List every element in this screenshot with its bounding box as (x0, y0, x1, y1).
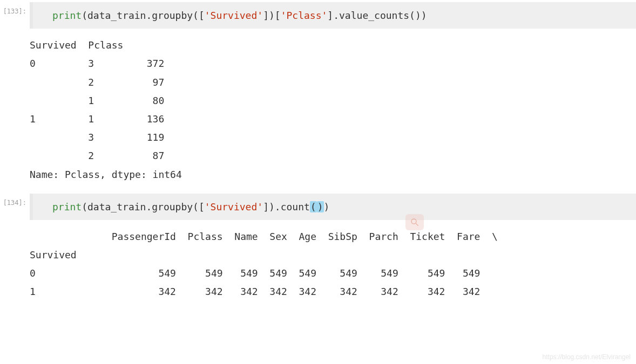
search-icon[interactable] (405, 214, 424, 230)
input-cell-133: [133]: print(data_train.groupby(['Surviv… (0, 2, 636, 29)
output-text-133: Survived Pclass 0 3 372 2 97 1 80 1 1 13… (30, 36, 636, 184)
output-area-134: PassengerId Pclass Name Sex Age SibSp Pa… (30, 222, 636, 309)
highlighted-paren-close: ) (317, 201, 324, 212)
highlighted-paren-open: ( (310, 201, 317, 212)
input-cell-134: [134]: print(data_train.groupby(['Surviv… (0, 194, 636, 220)
prompt-label-134: [134]: (0, 194, 30, 207)
output-area-133: Survived Pclass 0 3 372 2 97 1 80 1 1 13… (30, 31, 636, 191)
code-token-func: print (52, 10, 82, 21)
code-token: ].value_counts()) (327, 10, 427, 21)
code-editor-133[interactable]: print(data_train.groupby(['Survived'])['… (33, 2, 636, 29)
code-token-string: 'Survived' (205, 201, 263, 212)
prompt-spacer (0, 31, 30, 36)
code-token: (data_train.groupby([ (82, 201, 205, 212)
code-token-string: 'Pclass' (281, 10, 328, 21)
code-token-func: print (52, 201, 82, 212)
prompt-spacer (0, 222, 30, 228)
input-area-134[interactable]: print(data_train.groupby(['Survived']).c… (30, 194, 636, 220)
code-token: (data_train.groupby([ (82, 10, 205, 21)
code-token-string: 'Survived' (205, 10, 263, 21)
svg-line-1 (416, 223, 418, 226)
output-cell-133: Survived Pclass 0 3 372 2 97 1 80 1 1 13… (0, 31, 636, 191)
code-token: ])[ (263, 10, 281, 21)
input-area-133[interactable]: print(data_train.groupby(['Survived'])['… (30, 2, 636, 29)
output-cell-134: PassengerId Pclass Name Sex Age SibSp Pa… (0, 222, 636, 309)
prompt-label-133: [133]: (0, 2, 30, 15)
output-text-134: PassengerId Pclass Name Sex Age SibSp Pa… (30, 228, 636, 301)
code-editor-134[interactable]: print(data_train.groupby(['Survived']).c… (33, 194, 636, 220)
code-token: ]).count (263, 201, 310, 212)
code-token: ) (324, 201, 330, 212)
svg-point-0 (411, 219, 416, 224)
